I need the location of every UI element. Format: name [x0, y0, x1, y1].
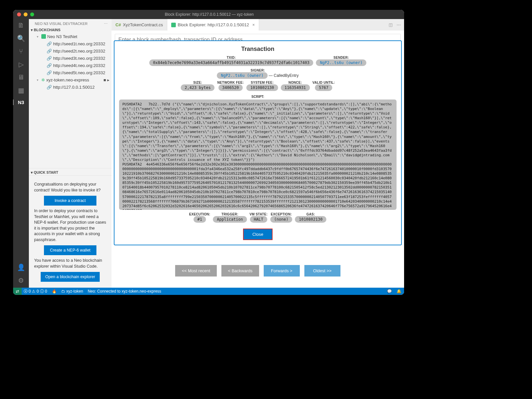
quick-text-1: Congratualtions on deploying your contra…: [34, 182, 106, 193]
nonce-chip: 116354931: [281, 84, 310, 91]
traffic-lights[interactable]: [13, 12, 34, 16]
tree-item-local[interactable]: ▾✲ xyz-token.neo-express ■ ▸: [29, 76, 112, 83]
remote-indicator[interactable]: ⇄: [13, 288, 22, 295]
status-folder[interactable]: 🗀 xyz-token: [61, 289, 83, 294]
quick-text-2: In order to deploy your contracts to Tes…: [34, 208, 106, 243]
status-problems[interactable]: ⓧ 0 ⚠ 0 ⓘ 0: [24, 289, 47, 294]
neo-cube-icon: [171, 23, 176, 27]
open-explorer-button[interactable]: Open a blockchain explorer: [41, 272, 100, 282]
create-wallet-button[interactable]: Create a NEP-6 wallet: [44, 245, 96, 255]
link-icon: 🔗: [47, 63, 52, 68]
tree-item-seed[interactable]: 🔗http://seed3t.neo.org:20332: [29, 55, 112, 62]
neo-cube-icon: [41, 34, 46, 39]
stop-icon[interactable]: ■ ▸: [104, 78, 110, 82]
sysfee-chip: 1010802130: [246, 84, 278, 91]
link-icon: 🔗: [47, 70, 52, 75]
gas-chip: 1010802130: [295, 216, 326, 223]
titlebar: Block Explorer: http://127.0.0.1:50012 —…: [13, 10, 404, 19]
search-icon[interactable]: 🔍: [17, 34, 25, 42]
netfee-chip: 3406520: [218, 84, 243, 91]
modal-title: Transaction: [119, 46, 397, 53]
neo-n3-icon[interactable]: N3: [13, 100, 29, 105]
explorer-content: 84eb7e…017403 8 9a636b…c65f82 3 Hide emp…: [112, 31, 404, 288]
transaction-modal: Transaction TXID: 0x84eb7ece9e7690a33e43…: [114, 40, 402, 245]
script-box[interactable]: PUSHDATA2 7b22..7d7d ("{\"name\":\"djnic…: [119, 100, 397, 210]
window-title: Block Explorer: http://127.0.0.1:50012 —…: [34, 12, 384, 17]
tree-item-seed[interactable]: 🔗http://seed2t.neo.org:20332: [29, 47, 112, 55]
split-editor-icon[interactable]: ◫: [389, 22, 393, 27]
tree-item-local-node[interactable]: 🔗 http://127.0.0.1:50012: [29, 83, 112, 91]
sidebar-section-quickstart[interactable]: ▾ QUICK START: [29, 168, 112, 175]
bell-icon[interactable]: 🔔: [397, 289, 401, 294]
sidebar-title: NEO N3 VISUAL DEVTRACKER: [35, 22, 88, 26]
quick-start-panel: Congratualtions on deploying your contra…: [29, 175, 112, 288]
size-chip: 2,423 bytes: [181, 84, 215, 91]
minimize-window-icon[interactable]: [24, 12, 28, 16]
tree-item-testnet[interactable]: ▾ Neo N3 TestNet: [29, 33, 112, 40]
account-icon[interactable]: 👤: [17, 263, 25, 271]
app-window: Block Explorer: http://127.0.0.1:50012 —…: [13, 10, 404, 295]
signer-chip[interactable]: NgP2..ts6u (owner): [217, 72, 267, 79]
vmstate-chip: HALT: [250, 216, 267, 223]
link-icon: 🔗: [47, 41, 52, 46]
txid-chip[interactable]: 0x84eb7ece9e7690a33e43a664affb4915f4031a…: [149, 59, 314, 66]
link-icon: 🔗: [47, 85, 52, 90]
link-icon: 🔗: [47, 56, 52, 61]
tab-block-explorer[interactable]: Block Explorer: http://127.0.0.1:50012 ×: [167, 19, 259, 31]
close-tab-icon[interactable]: ×: [252, 22, 255, 27]
more-icon[interactable]: ⋯: [104, 22, 108, 26]
script-label: SCRIPT:: [119, 95, 397, 99]
tree-item-seed[interactable]: 🔗http://seed5t.neo.org:20332: [29, 69, 112, 76]
run-debug-icon[interactable]: ▷: [19, 60, 24, 68]
tab-xyztokencontract[interactable]: C# XyzTokenContract.cs: [112, 19, 167, 31]
extensions-icon[interactable]: ▦: [18, 86, 24, 94]
explorer-icon[interactable]: 🗎: [18, 22, 24, 29]
close-window-icon[interactable]: [17, 12, 21, 16]
execution-chip: #1: [194, 216, 206, 223]
settings-gear-icon[interactable]: ⚙: [18, 277, 24, 284]
feedback-icon[interactable]: 💬: [387, 289, 392, 294]
status-fire-icon[interactable]: 🔥: [52, 289, 57, 294]
status-bar: ⇄ ⓧ 0 ⚠ 0 ⓘ 0 🔥 🗀 xyz-token Neo: Connect…: [13, 288, 404, 295]
zoom-window-icon[interactable]: [30, 12, 34, 16]
activity-bar: 🗎 🔍 ⑂ ▷ 🖥 ▦ N3 👤 ⚙: [13, 19, 29, 288]
status-neo-connection[interactable]: Neo: Connected to xyz-token.neo-express: [88, 289, 161, 294]
close-button[interactable]: Close: [243, 229, 272, 240]
remote-explorer-icon[interactable]: 🖥: [18, 74, 24, 81]
validuntil-chip: 5767: [315, 84, 332, 91]
csharp-file-icon: C#: [115, 22, 121, 27]
trigger-chip: Application: [213, 216, 247, 223]
editor-area: C# XyzTokenContract.cs Block Explorer: h…: [112, 19, 404, 288]
blockchain-tree: ▾ Neo N3 TestNet 🔗http://seed1t.neo.org:…: [29, 33, 112, 93]
modal-overlay: Transaction TXID: 0x84eb7ece9e7690a33e43…: [112, 31, 404, 288]
tree-item-seed[interactable]: 🔗http://seed4t.neo.org:20332: [29, 62, 112, 69]
gear-green-icon: ✲: [41, 78, 45, 82]
sidebar-section-blockchains[interactable]: ▾ BLOCKCHAINS: [29, 27, 112, 33]
source-control-icon[interactable]: ⑂: [19, 48, 23, 55]
sender-chip[interactable]: NgP2..ts6u (owner): [316, 59, 366, 66]
link-icon: 🔗: [47, 49, 52, 54]
sidebar: NEO N3 VISUAL DEVTRACKER ⋯ ▾ BLOCKCHAINS…: [29, 19, 112, 288]
invoke-contract-button[interactable]: Invoke a contract: [44, 196, 96, 206]
quick-text-3: You have access to a Neo blockchain expl…: [34, 258, 106, 269]
more-actions-icon[interactable]: ⋯: [397, 22, 401, 27]
exception-chip: (none): [270, 216, 292, 223]
editor-tabs: C# XyzTokenContract.cs Block Explorer: h…: [112, 19, 404, 31]
tree-item-seed[interactable]: 🔗http://seed1t.neo.org:20332: [29, 40, 112, 47]
